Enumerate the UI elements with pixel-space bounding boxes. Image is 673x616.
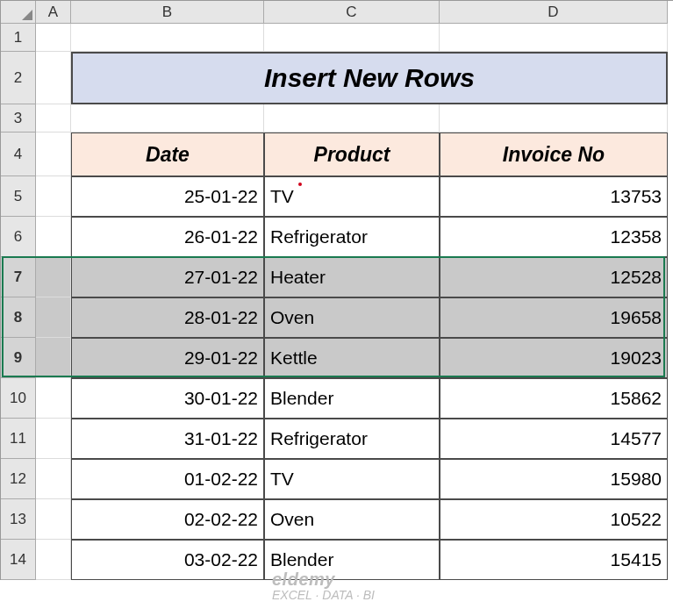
indicator-dot — [298, 183, 302, 186]
td-date[interactable]: 31-01-22 — [71, 419, 264, 459]
cell-A12[interactable] — [36, 459, 71, 499]
row-header-13[interactable]: 13 — [1, 499, 36, 540]
td-invoice[interactable]: 10522 — [440, 499, 668, 540]
row-header-7[interactable]: 7 — [1, 257, 36, 297]
row-header-6[interactable]: 6 — [1, 217, 36, 257]
td-invoice[interactable]: 19658 — [440, 297, 668, 338]
cell-B1[interactable] — [71, 24, 264, 52]
td-invoice[interactable]: 15862 — [440, 378, 668, 419]
cell-B3[interactable] — [71, 104, 264, 133]
td-product[interactable]: Kettle — [264, 338, 440, 378]
td-invoice[interactable]: 15415 — [440, 540, 668, 580]
td-product[interactable]: Blender — [264, 378, 440, 419]
td-date[interactable]: 26-01-22 — [71, 217, 264, 257]
cell-D1[interactable] — [440, 24, 668, 52]
td-date[interactable]: 28-01-22 — [71, 297, 264, 338]
td-product[interactable]: Refrigerator — [264, 217, 440, 257]
td-product[interactable]: Oven — [264, 297, 440, 338]
cell-A1[interactable] — [36, 24, 71, 52]
cell-C1[interactable] — [264, 24, 440, 52]
cell-A6[interactable] — [36, 217, 71, 257]
td-date[interactable]: 01-02-22 — [71, 459, 264, 499]
cell-A11[interactable] — [36, 419, 71, 459]
td-date[interactable]: 25-01-22 — [71, 176, 264, 217]
row-header-12[interactable]: 12 — [1, 459, 36, 499]
td-invoice[interactable]: 12358 — [440, 217, 668, 257]
td-invoice[interactable]: 12528 — [440, 257, 668, 297]
td-product[interactable]: Oven — [264, 499, 440, 540]
cell-C3[interactable] — [264, 104, 440, 133]
td-invoice[interactable]: 15980 — [440, 459, 668, 499]
cell-A5[interactable] — [36, 176, 71, 217]
td-product[interactable]: Refrigerator — [264, 419, 440, 459]
col-header-C[interactable]: C — [264, 1, 440, 24]
td-invoice[interactable]: 14577 — [440, 419, 668, 459]
row-header-10[interactable]: 10 — [1, 378, 36, 419]
cell-A4[interactable] — [36, 133, 71, 176]
td-date[interactable]: 02-02-22 — [71, 499, 264, 540]
cell-A13[interactable] — [36, 499, 71, 540]
row-header-14[interactable]: 14 — [1, 540, 36, 580]
td-date[interactable]: 27-01-22 — [71, 257, 264, 297]
col-header-D[interactable]: D — [440, 1, 668, 24]
td-invoice[interactable]: 19023 — [440, 338, 668, 378]
td-product[interactable]: Heater — [264, 257, 440, 297]
watermark-brand: eldemy — [272, 569, 335, 589]
td-invoice[interactable]: 13753 — [440, 176, 668, 217]
spreadsheet-grid[interactable]: A B C D 1 2 Insert New Rows 3 4 Date Pro… — [0, 0, 673, 580]
row-header-5[interactable]: 5 — [1, 176, 36, 217]
cell-A9[interactable] — [36, 338, 71, 378]
watermark-tag: EXCEL · DATA · BI — [272, 588, 375, 602]
col-header-A[interactable]: A — [36, 1, 71, 24]
cell-A10[interactable] — [36, 378, 71, 419]
th-product[interactable]: Product — [264, 133, 440, 176]
td-date[interactable]: 29-01-22 — [71, 338, 264, 378]
cell-A7[interactable] — [36, 257, 71, 297]
row-header-1[interactable]: 1 — [1, 24, 36, 52]
row-header-2[interactable]: 2 — [1, 52, 36, 104]
cell-A2[interactable] — [36, 52, 71, 104]
row-header-9[interactable]: 9 — [1, 338, 36, 378]
cell-A3[interactable] — [36, 104, 71, 133]
cell-A14[interactable] — [36, 540, 71, 580]
row-header-8[interactable]: 8 — [1, 297, 36, 338]
td-product[interactable]: TV — [264, 459, 440, 499]
title-cell[interactable]: Insert New Rows — [71, 52, 668, 104]
watermark: eldemy EXCEL · DATA · BI — [272, 569, 375, 602]
row-header-3[interactable]: 3 — [1, 104, 36, 133]
row-header-4[interactable]: 4 — [1, 133, 36, 176]
td-date[interactable]: 03-02-22 — [71, 540, 264, 580]
select-all-corner[interactable] — [1, 1, 36, 24]
th-date[interactable]: Date — [71, 133, 264, 176]
row-header-11[interactable]: 11 — [1, 419, 36, 459]
td-date[interactable]: 30-01-22 — [71, 378, 264, 419]
th-invoice[interactable]: Invoice No — [440, 133, 668, 176]
cell-A8[interactable] — [36, 297, 71, 338]
cell-D3[interactable] — [440, 104, 668, 133]
col-header-B[interactable]: B — [71, 1, 264, 24]
td-product[interactable]: TV — [264, 176, 440, 217]
